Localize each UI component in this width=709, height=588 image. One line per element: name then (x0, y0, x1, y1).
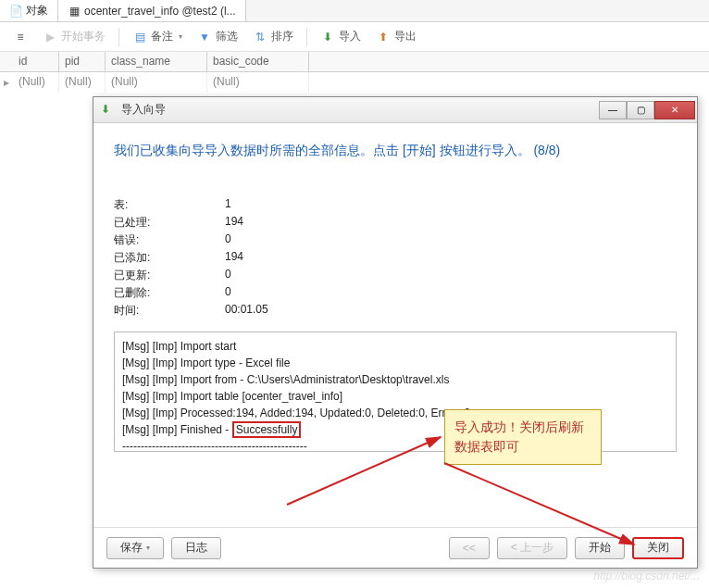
stat-value: 1 (225, 197, 231, 213)
stat-label: 已添加: (114, 250, 225, 266)
log-line: [Msg] [Imp] Import from - C:\Users\Admin… (122, 371, 668, 388)
log-finished-prefix: [Msg] [Imp] Finished - (122, 423, 232, 436)
success-highlight: Successfully (232, 421, 302, 438)
begin-tx-label: 开始事务 (61, 29, 106, 44)
cell-null: (Null) (13, 72, 59, 93)
dialog-body: 我们已收集向导导入数据时所需的全部信息。点击 [开始] 按钮进行导入。 (8/8… (93, 123, 697, 559)
stat-label: 表: (114, 197, 225, 213)
separator (118, 28, 119, 46)
annotation-callout: 导入成功！关闭后刷新数据表即可 (444, 409, 602, 465)
import-button[interactable]: ⬇ 导入 (315, 25, 367, 48)
begin-transaction-button[interactable]: ▶ 开始事务 (37, 25, 111, 48)
first-button[interactable]: << (449, 537, 490, 559)
filter-button[interactable]: ▼ 筛选 (192, 25, 243, 48)
log-button[interactable]: 日志 (171, 537, 221, 559)
stat-value: 194 (225, 250, 243, 266)
tab-table-label: ocenter_travel_info @test2 (l... (84, 5, 236, 18)
row-pointer-icon: ▸ (0, 72, 13, 93)
close-label: 关闭 (647, 540, 669, 556)
funnel-icon: ▼ (197, 30, 212, 44)
sort-label: 排序 (271, 29, 293, 44)
import-label: 导入 (339, 29, 361, 44)
stat-value: 00:01.05 (225, 303, 268, 319)
stats-block: 表:1 已处理:194 错误:0 已添加:194 已更新:0 已删除:0 时间:… (114, 197, 677, 319)
log-label: 日志 (185, 540, 207, 556)
col-id[interactable]: id (13, 52, 59, 71)
table-row[interactable]: ▸ (Null) (Null) (Null) (Null) (0, 72, 709, 93)
export-button[interactable]: ⬆ 导出 (370, 25, 422, 48)
tab-table[interactable]: ▦ ocenter_travel_info @test2 (l... (58, 0, 246, 21)
menu-button[interactable]: ≡ (7, 26, 33, 48)
stat-value: 0 (225, 232, 231, 248)
import-icon: ⬇ (320, 30, 335, 44)
log-line: [Msg] [Imp] Import start (122, 338, 668, 355)
filter-label: 筛选 (216, 29, 238, 44)
cell-null: (Null) (106, 72, 207, 93)
watermark: http://blog.csdn.net/... (593, 569, 700, 582)
titlebar[interactable]: ⬇ 导入向导 — ▢ ✕ (93, 97, 697, 123)
tab-objects[interactable]: 📄 对象 (0, 0, 58, 21)
tab-objects-label: 对象 (26, 3, 48, 19)
save-button[interactable]: 保存▾ (106, 537, 164, 559)
chevron-down-icon: ▾ (179, 32, 182, 41)
import-icon: ⬇ (101, 103, 116, 118)
col-basic-code[interactable]: basic_code (207, 52, 309, 71)
sort-button[interactable]: ⇅ 排序 (247, 25, 299, 48)
cell-null: (Null) (207, 72, 309, 93)
stat-label: 时间: (114, 303, 225, 319)
prev-button[interactable]: < 上一步 (497, 537, 567, 559)
window-close-button[interactable]: ✕ (654, 101, 695, 119)
tab-strip: 📄 对象 ▦ ocenter_travel_info @test2 (l... (0, 0, 709, 22)
export-label: 导出 (394, 29, 417, 44)
log-line: [Msg] [Imp] Import type - Excel file (122, 355, 668, 371)
start-label: 开始 (589, 540, 611, 556)
col-class-name[interactable]: class_name (106, 52, 207, 71)
sheet-icon: 📄 (9, 5, 22, 18)
memo-button[interactable]: ▤ 备注 ▾ (127, 25, 188, 48)
note-icon: ▤ (132, 30, 147, 44)
sort-icon: ⇅ (253, 30, 267, 44)
chevron-down-icon: ▾ (146, 544, 150, 552)
stat-value: 0 (225, 285, 231, 301)
stat-value: 0 (225, 268, 231, 283)
row-handle-header (0, 52, 13, 71)
first-label: << (463, 542, 476, 555)
save-label: 保存 (120, 540, 143, 556)
log-line: [Msg] [Imp] Import table [ocenter_travel… (122, 388, 668, 405)
start-button[interactable]: 开始 (575, 537, 625, 559)
export-icon: ⬆ (376, 30, 391, 44)
wizard-headline: 我们已收集向导导入数据时所需的全部信息。点击 [开始] 按钮进行导入。 (8/8… (114, 140, 677, 160)
close-button[interactable]: 关闭 (632, 537, 684, 559)
stat-value: 194 (225, 215, 243, 231)
separator (306, 28, 307, 46)
import-wizard-dialog: ⬇ 导入向导 — ▢ ✕ 我们已收集向导导入数据时所需的全部信息。点击 [开始]… (93, 96, 698, 569)
memo-label: 备注 (151, 29, 173, 44)
dialog-footer: 保存▾ 日志 << < 上一步 开始 关闭 (93, 527, 697, 568)
cell-null: (Null) (59, 72, 106, 93)
stat-label: 已删除: (114, 285, 225, 301)
maximize-button[interactable]: ▢ (627, 101, 654, 119)
toolbar: ≡ ▶ 开始事务 ▤ 备注 ▾ ▼ 筛选 ⇅ 排序 ⬇ 导入 ⬆ 导出 (0, 22, 709, 52)
hamburger-icon: ≡ (13, 30, 28, 44)
table-icon: ▦ (68, 5, 81, 18)
col-pid[interactable]: pid (59, 52, 106, 71)
grid-header: id pid class_name basic_code (0, 52, 709, 72)
prev-label: < 上一步 (511, 540, 554, 556)
minimize-button[interactable]: — (599, 101, 627, 119)
callout-text: 导入成功！关闭后刷新数据表即可 (454, 419, 584, 454)
stat-label: 已更新: (114, 268, 225, 283)
dialog-title: 导入向导 (121, 102, 593, 118)
stat-label: 错误: (114, 232, 225, 248)
play-icon: ▶ (43, 30, 57, 44)
window-buttons: — ▢ ✕ (599, 101, 695, 119)
stat-label: 已处理: (114, 215, 225, 231)
